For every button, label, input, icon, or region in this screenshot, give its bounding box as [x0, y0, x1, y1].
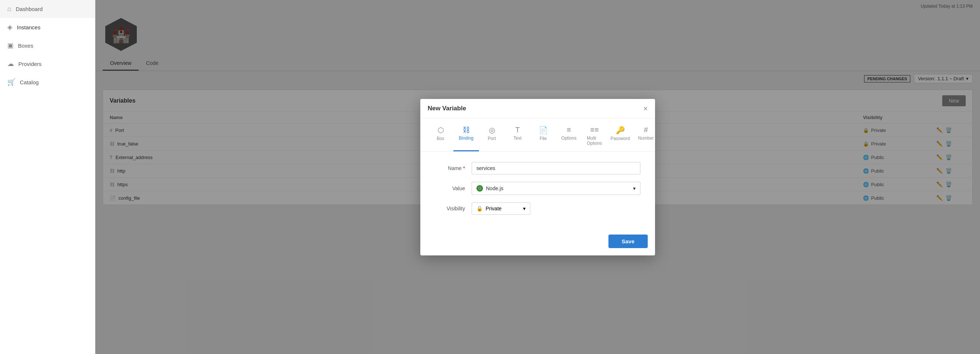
value-select[interactable]: ⬡ Node.js ▾: [472, 182, 640, 195]
type-tab-label: Text: [514, 136, 522, 141]
visibility-label: Visibility: [435, 206, 472, 211]
type-tab-label: Options: [561, 136, 576, 141]
value-select-text: Node.js: [486, 186, 503, 191]
visibility-row: Visibility 🔒 Private ▾: [435, 202, 640, 215]
required-star: *: [463, 165, 465, 171]
nodejs-icon: ⬡: [476, 185, 483, 192]
main-content: Updated Today at 1:13 PM 🏰 Overview Code…: [95, 0, 980, 354]
new-variable-modal: New Variable × ⬡Box⛓Binding◎PortTText📄Fi…: [420, 99, 655, 256]
name-label: Name *: [435, 165, 472, 171]
type-tab-options[interactable]: ≡Options: [556, 124, 582, 151]
sidebar-item-label: Catalog: [20, 79, 39, 86]
type-tab-port[interactable]: ◎Port: [479, 124, 505, 151]
type-tab-label: Port: [488, 136, 496, 141]
chevron-down-icon: ▾: [633, 186, 636, 191]
sidebar-item-providers[interactable]: ☁ Providers: [0, 55, 95, 73]
type-tab-icon-box: ⬡: [438, 126, 444, 135]
type-tab-multi_options[interactable]: ≡≡Multi Options: [582, 124, 608, 151]
type-tab-binding[interactable]: ⛓Binding: [453, 124, 479, 151]
type-tab-label: File: [539, 136, 546, 141]
type-tab-icon-number: #: [644, 126, 648, 134]
providers-icon: ☁: [7, 60, 14, 68]
visibility-value: Private: [485, 206, 520, 211]
sidebar-item-label: Dashboard: [16, 6, 43, 12]
type-tab-file[interactable]: 📄File: [530, 124, 556, 151]
type-tab-label: Binding: [459, 136, 474, 141]
catalog-icon: 🛒: [7, 78, 15, 86]
type-tab-icon-binding: ⛓: [463, 126, 470, 134]
sidebar-item-catalog[interactable]: 🛒 Catalog: [0, 73, 95, 91]
name-row: Name *: [435, 162, 640, 175]
type-tab-password[interactable]: 🔑Password: [608, 124, 633, 151]
value-row: Value ⬡ Node.js ▾: [435, 182, 640, 195]
sidebar: ⌂ Dashboard ◈ Instances ▣ Boxes ☁ Provid…: [0, 0, 95, 354]
type-tab-icon-port: ◎: [489, 126, 495, 135]
type-tab-box[interactable]: ⬡Box: [428, 124, 453, 151]
type-tab-text[interactable]: TText: [505, 124, 530, 151]
name-input[interactable]: [472, 162, 640, 175]
sidebar-item-dashboard[interactable]: ⌂ Dashboard: [0, 0, 95, 18]
modal-overlay: New Variable × ⬡Box⛓Binding◎PortTText📄Fi…: [95, 0, 980, 354]
type-tab-icon-text: T: [515, 126, 520, 134]
modal-header: New Variable ×: [420, 99, 655, 118]
value-label: Value: [435, 186, 472, 191]
app-layout: ⌂ Dashboard ◈ Instances ▣ Boxes ☁ Provid…: [0, 0, 980, 354]
type-tab-icon-password: 🔑: [616, 126, 625, 135]
type-tab-label: Box: [437, 136, 444, 141]
sidebar-item-instances[interactable]: ◈ Instances: [0, 18, 95, 36]
save-button[interactable]: Save: [608, 235, 648, 248]
modal-body: Name * Value ⬡ Node.js ▾: [420, 152, 655, 229]
chevron-down-icon: ▾: [523, 206, 526, 211]
sidebar-item-label: Instances: [17, 24, 40, 30]
close-icon[interactable]: ×: [643, 105, 648, 112]
type-tab-icon-multi_options: ≡≡: [590, 126, 598, 134]
type-tabs: ⬡Box⛓Binding◎PortTText📄File≡Options≡≡Mul…: [420, 118, 655, 152]
type-tab-label: Password: [611, 136, 630, 141]
instances-icon: ◈: [7, 23, 13, 31]
modal-footer: Save: [420, 229, 655, 256]
visibility-select[interactable]: 🔒 Private ▾: [472, 202, 530, 215]
type-tab-number[interactable]: #Number: [633, 124, 655, 151]
type-tab-label: Multi Options: [587, 136, 602, 146]
type-tab-icon-options: ≡: [566, 126, 571, 134]
sidebar-item-label: Boxes: [18, 43, 33, 49]
dashboard-icon: ⌂: [7, 5, 11, 13]
modal-title: New Variable: [428, 105, 466, 112]
type-tab-icon-file: 📄: [539, 126, 548, 135]
boxes-icon: ▣: [7, 41, 14, 49]
type-tab-label: Number: [638, 136, 654, 141]
sidebar-item-boxes[interactable]: ▣ Boxes: [0, 36, 95, 55]
sidebar-item-label: Providers: [18, 61, 41, 67]
lock-icon: 🔒: [476, 206, 483, 211]
